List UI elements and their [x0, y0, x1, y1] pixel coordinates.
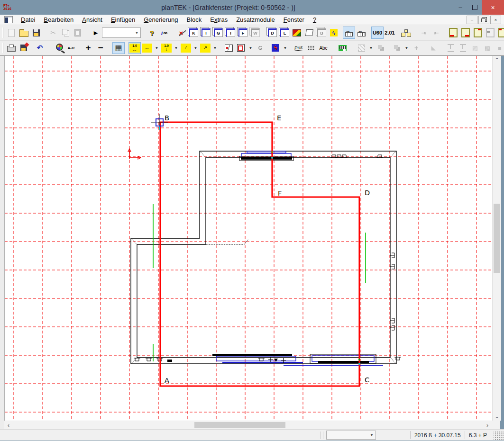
- print-button[interactable]: [5, 42, 18, 54]
- window-w-button[interactable]: W: [249, 27, 261, 39]
- window-b-button[interactable]: B: [315, 27, 328, 39]
- window-k-button[interactable]: K: [187, 27, 200, 39]
- cube-tool-dropdown[interactable]: ▼: [247, 42, 254, 54]
- panel-type-5-button[interactable]: [496, 27, 504, 39]
- text-aomega-button[interactable]: A-Ω: [65, 42, 77, 54]
- export-save-button[interactable]: [18, 42, 30, 54]
- abc-text-button[interactable]: Abc: [317, 42, 330, 54]
- drawing-canvas[interactable]: ABCDEF: [5, 56, 492, 421]
- menu-item-einfgen[interactable]: Einfügen: [107, 16, 139, 24]
- house-3d-button[interactable]: [291, 27, 303, 39]
- menu-item-zusatzmodule[interactable]: Zusatzmodule: [232, 16, 279, 24]
- mdi-document-icon[interactable]: [4, 16, 13, 23]
- grid-toggle-button[interactable]: ▦: [112, 42, 125, 54]
- copy-button[interactable]: [59, 27, 72, 39]
- paste-button[interactable]: [72, 27, 84, 39]
- scale-201-button[interactable]: 2.01: [384, 27, 396, 39]
- window-t-button[interactable]: T: [200, 27, 212, 39]
- delete-graphic-button[interactable]: ×: [175, 27, 187, 39]
- help-button[interactable]: ?: [146, 27, 158, 39]
- menu-item-datei[interactable]: Datei: [17, 16, 39, 24]
- scroll-up-arrow[interactable]: ⌃: [493, 56, 501, 64]
- zoom-in-button[interactable]: +: [82, 42, 94, 54]
- menu-item-bearbeiten[interactable]: Bearbeiten: [39, 16, 78, 24]
- flash-z-dropdown[interactable]: ▼: [282, 42, 289, 54]
- door-tool-button[interactable]: [222, 42, 235, 54]
- more-tools-button[interactable]: ▶: [90, 27, 102, 39]
- beam-top-button[interactable]: [444, 42, 457, 54]
- g-tool-button[interactable]: G: [254, 42, 266, 54]
- minimize-button[interactable]: –: [453, 0, 467, 15]
- window-f-button[interactable]: F: [237, 27, 249, 39]
- menu-item-fenster[interactable]: Fenster: [279, 16, 309, 24]
- pattern-box-button[interactable]: ▩: [481, 42, 494, 54]
- menu-item-block[interactable]: Block: [183, 16, 206, 24]
- dim-chain-button[interactable]: ↔: [141, 42, 153, 54]
- table-arrow-right-button[interactable]: →: [343, 27, 355, 39]
- dotted-lines-button[interactable]: [305, 42, 317, 54]
- mdi-close-button[interactable]: ×: [490, 16, 501, 24]
- scroll-down-arrow[interactable]: ⌄: [493, 413, 501, 421]
- resize-grip[interactable]: [494, 431, 504, 441]
- dim-vertical-dropdown[interactable]: ▼: [173, 42, 180, 54]
- merge-shapes2-button[interactable]: [391, 42, 403, 54]
- horn-button[interactable]: ◣: [427, 42, 440, 54]
- scroll-right-arrow[interactable]: ›: [483, 421, 492, 430]
- cut-button[interactable]: ✂: [47, 27, 59, 39]
- polygon-button[interactable]: [303, 27, 315, 39]
- zoom-lens-button[interactable]: [53, 42, 65, 54]
- undo-button[interactable]: ↶: [34, 42, 46, 54]
- hatch-button[interactable]: [355, 42, 367, 54]
- find-info-button[interactable]: i: [158, 27, 170, 39]
- window-l-button[interactable]: L: [278, 27, 291, 39]
- keyboard-input-button[interactable]: [336, 42, 348, 54]
- new-file-button[interactable]: [5, 27, 18, 39]
- dim-horizontal-button[interactable]: 1.0↔: [128, 42, 141, 54]
- quick-select-combo[interactable]: ▼: [102, 27, 141, 38]
- horizontal-scroll-thumb[interactable]: [194, 422, 285, 428]
- dim-chain-dropdown[interactable]: ▼: [153, 42, 160, 54]
- vertical-scrollbar[interactable]: ⌃ ⌄: [492, 56, 501, 421]
- zoom-out-button[interactable]: −: [94, 42, 107, 54]
- window-g-button[interactable]: G: [212, 27, 224, 39]
- line-tool-button[interactable]: ∕: [180, 42, 192, 54]
- arrow-tool-button[interactable]: ↗: [199, 42, 211, 54]
- menu-item-extras[interactable]: Extras: [206, 16, 232, 24]
- horizontal-scrollbar[interactable]: ‹ ›: [4, 421, 492, 429]
- panel-type-4-button[interactable]: [484, 27, 496, 39]
- pick-box-button[interactable]: ▨: [469, 42, 481, 54]
- menu-item-generierung[interactable]: Generierung: [139, 16, 182, 24]
- hierarchy-button[interactable]: [400, 27, 412, 39]
- pos-label-button[interactable]: Pos: [293, 42, 305, 54]
- cube-tool-button[interactable]: [235, 42, 247, 54]
- u60-button[interactable]: U60: [371, 27, 384, 39]
- save-button[interactable]: [30, 27, 42, 39]
- window-d-button[interactable]: D: [266, 27, 278, 39]
- indent-right-button[interactable]: ⇥: [418, 27, 430, 39]
- scroll-left-arrow[interactable]: ‹: [4, 421, 13, 430]
- menu-item-?[interactable]: ?: [309, 16, 321, 24]
- beam-bottom-button[interactable]: [457, 42, 469, 54]
- arrow-tool-dropdown[interactable]: ▼: [211, 42, 219, 54]
- merge-shapes2-dropdown[interactable]: ▼: [403, 42, 410, 54]
- menu-item-ansicht[interactable]: Ansicht: [78, 16, 107, 24]
- line-tool-dropdown[interactable]: ▼: [192, 42, 199, 54]
- table-arrow-left-button[interactable]: ←: [355, 27, 367, 39]
- hatch-dropdown[interactable]: ▼: [367, 42, 375, 54]
- merge-shapes-button[interactable]: [375, 42, 387, 54]
- lightning-button[interactable]: ϟ: [328, 27, 340, 39]
- panel-type-3-button[interactable]: [472, 27, 484, 39]
- vertical-scroll-thumb[interactable]: [494, 204, 500, 273]
- solid-box-button[interactable]: ■: [494, 42, 504, 54]
- mdi-restore-button[interactable]: [478, 16, 489, 24]
- panel-type-2-button[interactable]: [459, 27, 472, 39]
- status-combo[interactable]: ▼: [326, 431, 376, 440]
- maximize-button[interactable]: [467, 0, 482, 15]
- flash-z-button[interactable]: ϟ: [269, 42, 282, 54]
- indent-left-button[interactable]: ⇤: [430, 27, 442, 39]
- close-button[interactable]: ×: [482, 0, 504, 15]
- panel-type-1-button[interactable]: [447, 27, 459, 39]
- dim-vertical-button[interactable]: 1.0↕: [160, 42, 173, 54]
- window-i-button[interactable]: I: [224, 27, 237, 39]
- mdi-minimize-button[interactable]: –: [467, 16, 477, 24]
